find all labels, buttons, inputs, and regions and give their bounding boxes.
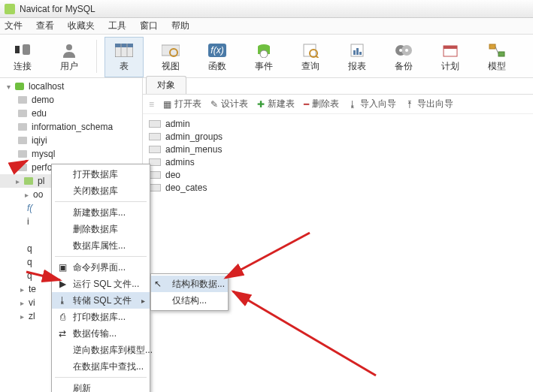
table-row[interactable]: admin [143,117,533,130]
ctx-dump-sql-file[interactable]: ⭳转储 SQL 文件 [52,292,150,309]
action-export[interactable]: ⭱导出向导 [405,98,453,110]
ctx-sub-structure-and-data[interactable]: ↖结构和数据... [151,276,228,292]
action-open-table[interactable]: ▦打开表 [163,98,201,110]
ctx-find-in-database[interactable]: 在数据库中查找... [52,358,150,375]
actionbar: ≡ ▦打开表 ✎设计表 ✚新建表 ━删除表 ⭳导入向导 ⭱导出向导 [143,95,533,114]
table-row[interactable]: admin_menus [143,143,533,155]
tree-item-label: q [27,243,32,254]
tree-db[interactable]: iqiyi [0,134,142,147]
toolbar-query[interactable]: 查询 [291,37,330,77]
ctx-sub-structure-only[interactable]: 仅结构... [151,292,228,309]
ctx-close-database[interactable]: 关闭数据库 [52,182,150,199]
cmd-icon: ▣ [56,261,68,273]
transfer-icon: ⇄ [56,327,68,339]
ctx-label: 转储 SQL 文件 [73,294,132,307]
table-name: admin_groups [165,131,223,142]
toolbar-report[interactable]: 报表 [338,37,377,77]
action-design-table[interactable]: ✎设计表 [210,98,248,110]
menu-view[interactable]: 查看 [36,20,54,32]
tree-host[interactable]: ▾localhost [0,80,142,93]
ctx-run-sql-file[interactable]: ▶运行 SQL 文件... [52,276,150,292]
ctx-print-database[interactable]: ⎙打印数据库... [52,309,150,325]
action-label: 导出向导 [417,98,453,110]
ctx-label: 结构和数据... [172,278,225,291]
action-label: 删除表 [312,98,339,110]
action-delete-table[interactable]: ━删除表 [304,98,339,110]
table-icon [149,133,161,140]
toolbar-model[interactable]: 模型 [477,37,516,77]
action-label: 设计表 [221,98,248,110]
table-name: deo_cates [165,182,207,193]
model-icon [486,42,507,59]
ctx-database-properties[interactable]: 数据库属性... [52,237,150,254]
ctx-label: 打印数据库... [73,311,126,324]
ctx-label: 逆向数据库到模型... [73,344,153,357]
menu-file[interactable]: 文件 [5,20,23,32]
toolbar-backup[interactable]: 备份 [384,37,423,77]
ctx-open-database[interactable]: 打开数据库 [52,166,150,182]
ctx-command-line[interactable]: ▣命令列界面... [52,259,150,276]
svg-rect-4 [115,44,133,47]
toolbar: 连接 用户 表 视图 f(x) 函数 事件 查询 报表 备份 计划 模型 [0,35,533,78]
menubar: 文件 查看 收藏夹 工具 窗口 帮助 [0,18,533,35]
svg-point-13 [260,50,268,58]
tree-db[interactable]: mysql [0,147,142,161]
ctx-label: 打开数据库 [73,168,118,181]
fx-icon: f(x) [207,42,228,59]
tab-objects[interactable]: 对象 [146,76,186,94]
toolbar-table[interactable]: 表 [104,37,144,77]
menu-fav[interactable]: 收藏夹 [68,20,95,32]
tree-db-label: mysql [30,149,55,159]
table-row[interactable]: admins [143,155,533,168]
tree-db[interactable]: demo [0,93,142,107]
table-icon [149,171,161,179]
event-icon [253,42,274,59]
table-name: admin [165,119,190,129]
host-icon [15,83,24,90]
toolbar-schedule[interactable]: 计划 [431,37,470,77]
toolbar-backup-label: 备份 [395,60,413,73]
ctx-label: 在数据库中查找... [73,360,144,373]
table-row[interactable]: deo [143,168,533,181]
menu-tools[interactable]: 工具 [108,20,126,32]
tree-item-label: f( [27,203,32,213]
toolbar-event[interactable]: 事件 [244,37,283,77]
toolbar-function[interactable]: f(x) 函数 [198,37,237,77]
ctx-label: 关闭数据库 [73,185,118,198]
db-icon [18,137,27,144]
table-row[interactable]: deo_cates [143,181,533,194]
ctx-refresh[interactable]: 刷新 [52,380,150,392]
table-row[interactable]: admin_groups [143,130,533,143]
svg-rect-0 [15,46,20,53]
db-icon [24,177,33,185]
export-icon: ⭱ [405,99,414,110]
table-icon [149,146,161,153]
ctx-label: 仅结构... [172,294,207,307]
svg-rect-1 [23,44,30,55]
ctx-new-database[interactable]: 新建数据库... [52,204,150,221]
actionbar-prev-icon[interactable]: ≡ [149,99,154,110]
tree-item-label: q [27,270,32,281]
ctx-delete-database[interactable]: 删除数据库 [52,221,150,237]
toolbar-view[interactable]: 视图 [151,37,190,77]
ctx-label: 刷新 [73,382,91,393]
db-icon [18,110,27,117]
menu-help[interactable]: 帮助 [171,20,189,32]
menu-window[interactable]: 窗口 [140,20,158,32]
table-icon [149,158,161,166]
tree-item-label: vi [29,297,35,308]
toolbar-connection[interactable]: 连接 [3,37,42,77]
separator [96,40,97,73]
toolbar-event-label: 事件 [255,60,273,73]
tree-db[interactable]: information_schema [0,120,142,134]
ctx-label: 删除数据库 [73,223,118,236]
run-icon: ▶ [56,278,68,290]
user-icon [59,42,80,59]
tree-db[interactable]: edu [0,107,142,120]
ctx-reverse-to-model[interactable]: 逆向数据库到模型... [52,342,150,358]
toolbar-user[interactable]: 用户 [50,37,89,77]
ctx-data-transfer[interactable]: ⇄数据传输... [52,325,150,342]
svg-text:f(x): f(x) [210,45,223,56]
action-import[interactable]: ⭳导入向导 [348,98,396,110]
action-new-table[interactable]: ✚新建表 [257,98,295,110]
